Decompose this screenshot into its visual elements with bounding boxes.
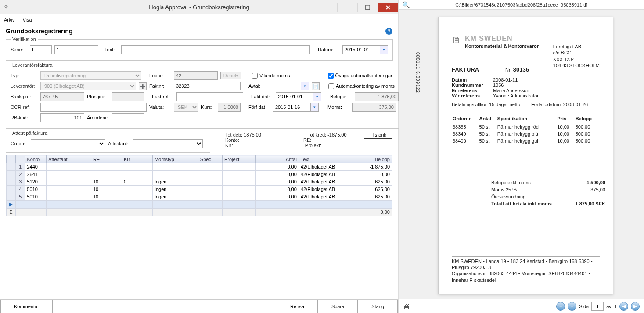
- print-icon[interactable]: 🖨: [403, 302, 410, 310]
- vilande-moms-checkbox[interactable]: [252, 73, 258, 79]
- table-row[interactable]: 4501010Ingen0,0042/Elbolaget AB625,00: [7, 186, 392, 193]
- page-title: Grundboksregistrering: [6, 28, 72, 35]
- attest-legend: Attest på faktura: [11, 130, 49, 136]
- grid-header: KontoAttestant REKB MomstypSpec ProjektA…: [7, 155, 392, 163]
- invoice-terms: Betalningsvillkor: 15 dagar netto Förfal…: [452, 102, 600, 107]
- debet-button: Debet ▾: [220, 72, 241, 79]
- menu-arkiv[interactable]: Arkiv: [4, 17, 14, 22]
- table-row[interactable]: 35120100Ingen0,0042/Elbolaget AB625,00: [7, 178, 392, 186]
- plusgiro-label: Plusgiro:: [87, 94, 109, 99]
- close-button[interactable]: ✕: [378, 3, 398, 12]
- titlebar: ⚙ Hogia Approval - Grundboksregistrering…: [0, 0, 398, 14]
- recipient-address: Företaget ABc/o BGC XXX 1234106 43 STOCK…: [553, 43, 600, 68]
- attestant-label: Attestant:: [108, 141, 130, 146]
- preview-icon: 🔍: [402, 1, 410, 8]
- arendenr-input[interactable]: [112, 113, 144, 122]
- invoice-meta: Datum2008-01-11 Kundnummer1056 Er refere…: [452, 77, 600, 98]
- doc-icon: 🗎: [452, 35, 461, 46]
- verifikation-text-input[interactable]: [121, 45, 310, 54]
- invoice-logo: KM SWEDEN: [465, 35, 539, 43]
- sida-label: Sida: [579, 304, 589, 309]
- verifikation-legend: Verifikation: [11, 36, 38, 42]
- kommentar-button[interactable]: Kommentar: [0, 300, 53, 313]
- text-label: Text:: [104, 47, 119, 52]
- posting-grid[interactable]: KontoAttestant REKB MomstypSpec ProjektA…: [6, 155, 392, 216]
- typ-select: Definitivregistrering: [40, 71, 141, 80]
- leverantor-add-icon[interactable]: ➕: [139, 82, 147, 90]
- rbkod-label: RB-kod:: [11, 115, 38, 120]
- faktdat-dropdown-icon[interactable]: ▾: [313, 92, 321, 101]
- valuta-label: Valuta:: [149, 104, 171, 110]
- avtal-dropdown-icon[interactable]: ▾: [301, 82, 309, 90]
- lopnr-input: [174, 71, 218, 80]
- avtal-browse-icon[interactable]: 📄: [312, 82, 320, 90]
- leverantorsfaktura-group: Leverantörsfaktura Typ: Definitivregistr…: [6, 62, 403, 129]
- zoom-in-icon[interactable]: ＋: [556, 302, 565, 311]
- leverantor-select: 900 (Elbolaget AB): [40, 82, 136, 90]
- moms-input: [352, 103, 396, 112]
- ovriga-label: Övriga automatkonteringar: [335, 73, 392, 78]
- datum-dropdown-icon[interactable]: ▾: [380, 45, 388, 54]
- automoms-label: Automatkontering av moms: [336, 83, 395, 89]
- serie-nr-input[interactable]: [54, 45, 98, 54]
- table-row[interactable]: 124400,0042/Elbolaget AB-1 875,00: [7, 163, 392, 171]
- attestant-select[interactable]: [133, 139, 203, 148]
- kurs-input: [218, 103, 241, 112]
- table-row[interactable]: 5501010Ingen0,0042/Elbolaget AB625,00: [7, 193, 392, 201]
- kurs-label: Kurs:: [201, 104, 215, 110]
- table-row-sum: Σ0,00: [7, 209, 392, 216]
- page-total: 1: [614, 304, 617, 309]
- forf-dropdown-icon[interactable]: ▾: [311, 103, 319, 112]
- invoice-totals: Belopp exkl moms1 500,00 Moms 25 %375,00…: [491, 180, 600, 206]
- automoms-checkbox[interactable]: [328, 83, 334, 89]
- avtal-input[interactable]: [273, 82, 301, 90]
- spara-button[interactable]: Spara: [318, 300, 358, 313]
- ocr-input[interactable]: [40, 103, 147, 112]
- forf-input[interactable]: [273, 103, 311, 112]
- grupp-label: Grupp:: [11, 141, 28, 146]
- invoice-logo-sub: Kontorsmaterial & Kontorsvaror: [465, 43, 539, 49]
- invoice-line: 6840050 stPärmar helrygg gul10,00500,00: [453, 138, 599, 144]
- datum-label: Datum:: [318, 47, 340, 52]
- document-viewport[interactable]: 080111.5.009122 🗎 KM SWEDEN Kontorsmater…: [399, 10, 644, 299]
- ovriga-checkbox[interactable]: [328, 73, 334, 79]
- plusgiro-input: [112, 92, 144, 101]
- invoice-line: 6835550 stPärmar helrygg röd10,00500,00: [453, 124, 599, 130]
- serie-input[interactable]: [30, 45, 52, 54]
- rensa-button[interactable]: Rensa: [277, 300, 318, 313]
- verifikation-datum-input[interactable]: [342, 45, 380, 54]
- bankgiro-input: [40, 92, 84, 101]
- invoice-line: 6834950 stPärmar helrygg blå10,00500,00: [453, 131, 599, 137]
- invoice-footer: KM SWEDEN • Landa 19 • 183 24 Karlstad •…: [452, 256, 600, 283]
- historik-button[interactable]: Historik: [364, 131, 392, 139]
- help-icon[interactable]: ?: [385, 28, 392, 35]
- rbkod-input[interactable]: [40, 113, 84, 122]
- menubar: Arkiv Visa: [0, 14, 398, 25]
- faktdat-input[interactable]: [276, 92, 313, 101]
- belopp-input: [355, 92, 399, 101]
- maximize-button[interactable]: ☐: [357, 3, 378, 12]
- faktnr-label: Faktnr:: [149, 83, 171, 89]
- avtal-label: Avtal:: [248, 83, 270, 89]
- zoom-out-icon[interactable]: －: [568, 302, 576, 311]
- arendenr-label: Ärendenr:: [87, 115, 109, 120]
- valuta-select: SEK: [174, 103, 198, 112]
- ocr-label: OCR-ref:: [11, 104, 38, 110]
- next-page-icon[interactable]: ▶: [631, 302, 640, 311]
- lev-legend: Leverantörsfaktura: [11, 62, 54, 68]
- faktref-input[interactable]: [176, 92, 243, 101]
- table-row[interactable]: 226410,0042/Elbolaget AB0,00: [7, 171, 392, 178]
- page-input[interactable]: [591, 302, 604, 311]
- minimize-button[interactable]: —: [337, 3, 357, 12]
- viewer-path: C:\Bilder\6731548e2107503fadbd208f28a1ce…: [455, 2, 587, 7]
- serie-label: Serie:: [11, 47, 27, 52]
- vilande-moms-label: Vilande moms: [259, 73, 290, 78]
- grupp-select[interactable]: [31, 139, 105, 148]
- totals-block: Tot deb: 1875,00 Tot kred: -1875,00 Kont…: [225, 132, 347, 148]
- table-row-new[interactable]: ▶: [7, 201, 392, 209]
- prev-page-icon[interactable]: ◀: [619, 302, 628, 311]
- stang-button[interactable]: Stäng: [358, 300, 398, 313]
- menu-visa[interactable]: Visa: [22, 17, 32, 22]
- typ-label: Typ:: [11, 73, 38, 78]
- faktnr-input[interactable]: [174, 82, 241, 90]
